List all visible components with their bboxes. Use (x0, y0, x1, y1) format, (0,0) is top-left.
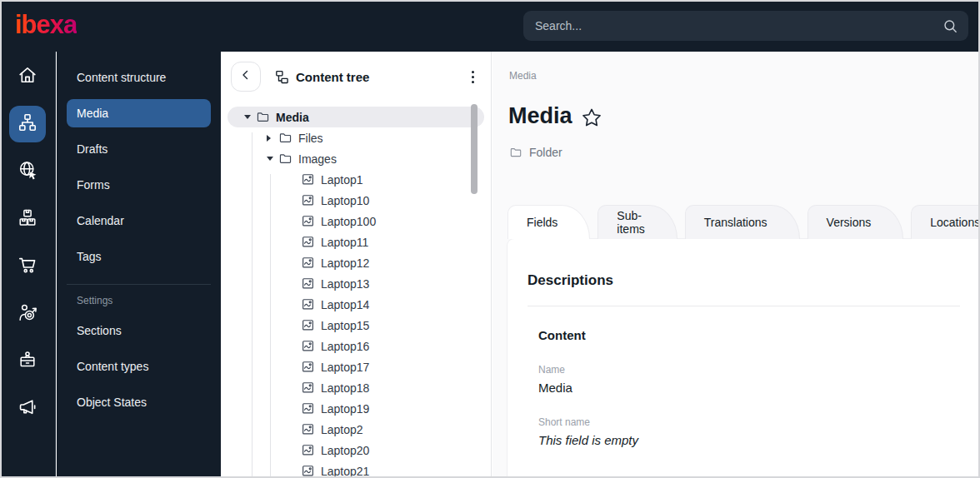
sidebar-item-content-types[interactable]: Content types (67, 352, 211, 381)
image-icon (301, 235, 315, 249)
tree-item-label: Laptop2 (321, 423, 363, 436)
tree-item-label: Laptop13 (321, 277, 369, 291)
image-icon (301, 193, 315, 207)
folder-icon (509, 146, 522, 159)
field-value: This field is empty (538, 433, 960, 447)
tree-item-label: Laptop20 (321, 444, 369, 457)
tree-item-laptop15[interactable]: Laptop15 (228, 315, 484, 336)
caret-icon (289, 445, 301, 456)
sidebar-item-calendar[interactable]: Calendar (67, 207, 211, 235)
image-icon (301, 318, 315, 332)
caret-icon (289, 299, 301, 311)
sidebar-item-media[interactable]: Media (67, 99, 211, 127)
tab-fields[interactable]: Fields (508, 205, 590, 239)
sitemap-icon (17, 112, 38, 137)
sidebar-item-forms[interactable]: Forms (67, 171, 211, 199)
bookmark-star-icon[interactable] (581, 107, 602, 128)
rail-item-megaphone[interactable] (9, 391, 46, 427)
image-icon (301, 422, 315, 436)
tab-locations[interactable]: Locations (911, 205, 980, 239)
content-type-label: Folder (529, 146, 562, 159)
sidebar-item-label: Drafts (77, 142, 108, 156)
tree-options-kebab-icon[interactable] (470, 67, 477, 87)
tree-item-laptop11[interactable]: Laptop11 (228, 232, 484, 252)
rail-item-target-user[interactable] (9, 296, 46, 332)
tree-item-laptop21[interactable]: Laptop21 (228, 461, 484, 478)
content-tree-header: Content tree (221, 52, 491, 102)
tree-item-images[interactable]: Images (228, 148, 484, 169)
tree-item-laptop1[interactable]: Laptop1 (228, 169, 484, 190)
title-row: Media (508, 103, 602, 129)
caret-icon (289, 361, 301, 373)
sidebar-item-sections[interactable]: Sections (67, 316, 211, 345)
tree-item-label: Images (298, 152, 337, 166)
folder-icon (256, 110, 270, 124)
caret-icon (289, 216, 301, 227)
tree-item-label: Laptop14 (321, 298, 369, 311)
tree-item-laptop17[interactable]: Laptop17 (228, 356, 484, 377)
folder-icon (278, 131, 292, 145)
field-group-title: Content (538, 328, 960, 342)
tree-item-laptop19[interactable]: Laptop19 (228, 398, 484, 419)
rail-item-home[interactable] (9, 58, 46, 95)
image-icon (301, 276, 315, 291)
tree-item-laptop16[interactable]: Laptop16 (228, 336, 484, 356)
tab-label: Versions (827, 216, 872, 229)
content-tree-panel: Content tree Media Files Images Laptop1 … (221, 52, 492, 478)
field-label: Name (538, 364, 960, 376)
rail-item-sitemap[interactable] (9, 106, 46, 142)
content-type-row: Folder (509, 146, 562, 159)
page-title: Media (508, 103, 572, 129)
home-icon (17, 64, 38, 89)
sidebar-item-object-states[interactable]: Object States (67, 388, 211, 416)
caret-down-icon[interactable] (267, 153, 278, 165)
rail-item-boxes[interactable] (9, 201, 46, 237)
sidebar-item-content-structure[interactable]: Content structure (67, 63, 211, 92)
sidebar-item-drafts[interactable]: Drafts (67, 135, 211, 163)
caret-icon (289, 424, 301, 436)
rail-item-id-badge[interactable] (9, 343, 46, 380)
tree-item-laptop18[interactable]: Laptop18 (228, 377, 484, 398)
sidebar-item-label: Object States (77, 396, 147, 409)
ibexa-logo[interactable]: ibexa (15, 10, 77, 40)
search-input[interactable] (523, 19, 942, 32)
caret-down-icon[interactable] (244, 112, 256, 123)
chevron-left-icon (238, 67, 253, 86)
tree-item-laptop13[interactable]: Laptop13 (228, 273, 484, 294)
sidebar-item-label: Sections (77, 324, 122, 337)
tab-versions[interactable]: Versions (808, 205, 904, 239)
section-title: Descriptions (528, 272, 960, 289)
tree-item-laptop2[interactable]: Laptop2 (228, 419, 484, 440)
tree-item-laptop10[interactable]: Laptop10 (228, 190, 484, 211)
tree-scrollbar-thumb[interactable] (471, 104, 478, 194)
image-icon (301, 172, 315, 187)
caret-right-icon[interactable] (267, 132, 278, 144)
sidebar-divider (67, 284, 211, 285)
tree-item-laptop100[interactable]: Laptop100 (228, 211, 484, 232)
target-user-icon (17, 301, 38, 326)
id-badge-icon (17, 349, 38, 374)
tree-item-laptop14[interactable]: Laptop14 (228, 294, 484, 315)
global-search (523, 11, 968, 41)
image-icon (301, 256, 315, 270)
sidebar-item-label: Forms (77, 178, 110, 192)
tree-item-laptop20[interactable]: Laptop20 (228, 440, 484, 461)
rail-item-globe[interactable] (9, 153, 46, 190)
tree-item-laptop12[interactable]: Laptop12 (228, 252, 484, 273)
tab-sub-items[interactable]: Sub-items (598, 205, 677, 239)
tab-translations[interactable]: Translations (685, 205, 800, 239)
tree-item-media[interactable]: Media (228, 107, 484, 127)
tree-item-label: Laptop18 (321, 381, 369, 395)
rail-item-cart[interactable] (9, 248, 46, 285)
tree-item-label: Files (298, 132, 323, 145)
sidebar-item-tags[interactable]: Tags (67, 242, 211, 271)
tree-item-files[interactable]: Files (228, 127, 484, 148)
collapse-tree-button[interactable] (231, 62, 261, 92)
field-name: Name Media (538, 364, 960, 395)
caret-icon (289, 403, 301, 415)
sidebar-item-label: Content structure (77, 71, 166, 84)
field-value: Media (538, 381, 960, 395)
search-icon[interactable] (942, 18, 958, 34)
breadcrumb[interactable]: Media (509, 70, 537, 82)
sidebar: Content structure Media Drafts Forms Cal… (57, 52, 221, 478)
